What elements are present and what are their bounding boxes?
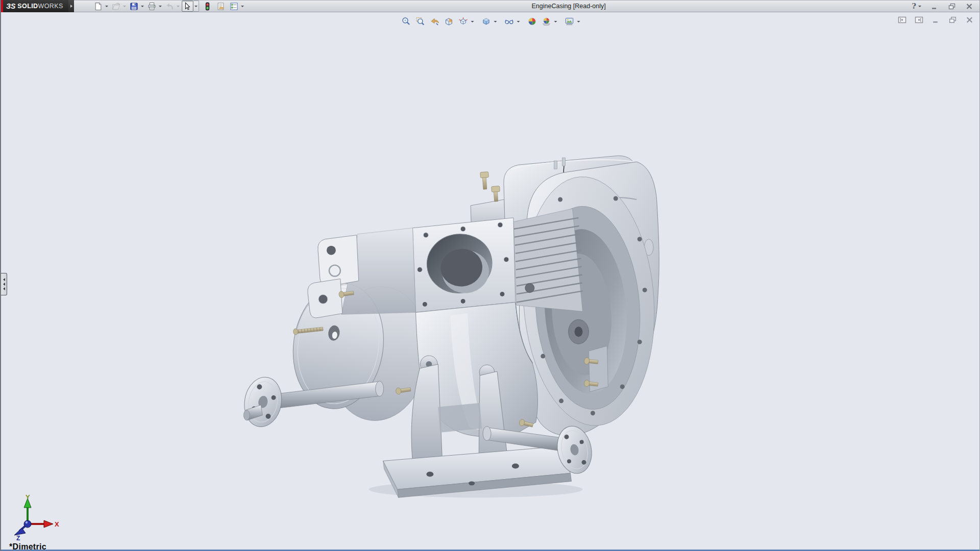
select-tool-button[interactable] (182, 1, 193, 12)
triad-y-axis: Y (24, 494, 31, 524)
intake-flange-plates[interactable] (308, 228, 416, 318)
file-properties-icon (216, 2, 225, 11)
print-icon (148, 2, 156, 11)
open-folder-icon (112, 2, 120, 11)
triad-z-axis: Z (14, 520, 31, 541)
print-button[interactable] (146, 1, 157, 12)
svg-text:Y: Y (26, 494, 30, 501)
title-bar: ЗS SOLIDWORKS (1, 0, 979, 12)
traffic-light-icon (203, 2, 212, 11)
svg-text:X: X (55, 520, 59, 528)
logo-red-strip (1, 0, 3, 12)
new-document-button[interactable] (93, 1, 104, 12)
logo-text-works: WORKS (38, 3, 63, 10)
select-cursor-icon (183, 2, 192, 11)
save-dropdown[interactable] (140, 1, 144, 12)
cooling-fins[interactable] (513, 209, 583, 311)
minimize-icon (930, 3, 939, 10)
undo-dropdown[interactable] (176, 1, 180, 12)
rebuild-button[interactable] (202, 1, 213, 12)
graphics-viewport[interactable]: Y X Z *Dimetric (1, 12, 979, 549)
undo-button[interactable] (164, 1, 175, 12)
open-dropdown[interactable] (122, 1, 127, 12)
fin-hex-plug (525, 283, 534, 292)
restore-icon (948, 3, 956, 10)
undo-icon (165, 2, 174, 11)
select-tool-group (182, 1, 199, 12)
help-dropdown[interactable] (917, 1, 922, 12)
app-window-controls: ? (912, 1, 979, 12)
save-floppy-icon (130, 2, 138, 11)
options-dropdown[interactable] (240, 1, 244, 12)
cylinder-flange[interactable] (412, 218, 515, 312)
menu-expand-arrow[interactable] (68, 0, 74, 12)
document-title: EngineCasing [Read-only] (246, 3, 912, 10)
triad-x-axis: X (28, 520, 59, 528)
restore-button[interactable] (946, 2, 958, 10)
logo-3ds-mark: ЗS (6, 2, 15, 10)
help-question-icon: ? (912, 2, 916, 11)
solidworks-window: ЗS SOLIDWORKS (0, 0, 980, 551)
new-document-dropdown[interactable] (104, 1, 109, 12)
options-checklist-icon (230, 2, 238, 11)
logo-text-solid: SOLID (17, 3, 38, 10)
reference-triad: Y X Z (6, 494, 62, 541)
minimize-button[interactable] (928, 2, 941, 10)
print-dropdown[interactable] (158, 1, 162, 12)
save-button[interactable] (129, 1, 139, 12)
engine-casing-3d-model[interactable] (1, 12, 980, 549)
help-button[interactable]: ? (912, 1, 923, 12)
open-button[interactable] (111, 1, 121, 12)
solidworks-logo: ЗS SOLIDWORKS (1, 0, 68, 12)
svg-text:Z: Z (16, 535, 20, 541)
select-tool-dropdown[interactable] (193, 1, 199, 12)
file-properties-button[interactable] (215, 1, 226, 12)
close-button[interactable] (963, 2, 975, 10)
new-document-icon (94, 2, 103, 11)
options-button[interactable] (229, 1, 239, 12)
close-icon (965, 3, 973, 10)
standard-toolbar (92, 0, 246, 12)
